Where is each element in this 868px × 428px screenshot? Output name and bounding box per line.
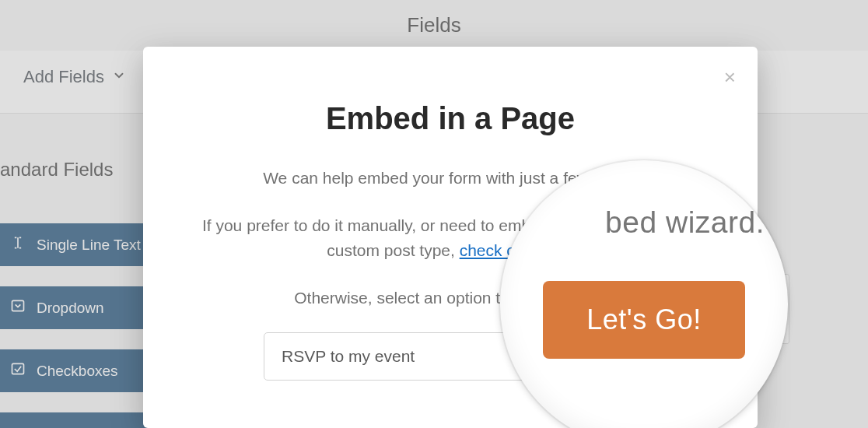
close-icon[interactable]: × bbox=[724, 67, 736, 87]
lets-go-button[interactable]: Let's Go! bbox=[543, 281, 745, 359]
magnified-text-fragment: bed wizard. bbox=[605, 205, 765, 240]
modal-title: Embed in a Page bbox=[190, 101, 711, 136]
